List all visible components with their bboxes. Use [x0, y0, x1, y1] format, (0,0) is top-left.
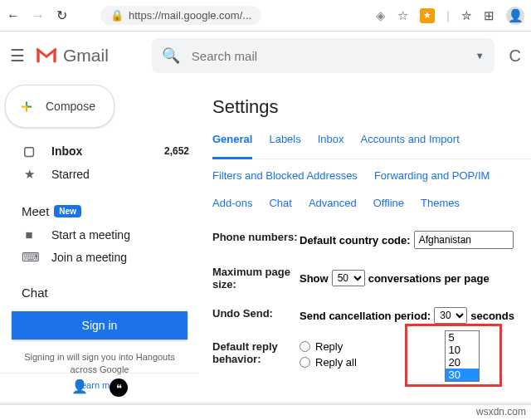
tab-inbox[interactable]: Inbox	[318, 133, 344, 150]
tab-forwarding[interactable]: Forwarding and POP/IM	[374, 169, 490, 187]
compose-button[interactable]: ＋ Compose	[5, 85, 114, 128]
setting-reply-behavior: Default reply behavior: Reply Reply all	[212, 340, 531, 372]
tab-addons[interactable]: Add-ons	[212, 197, 252, 214]
inbox-icon: ▢	[22, 144, 37, 159]
dropdown-option[interactable]: 5	[446, 331, 479, 344]
favorite-icon[interactable]: ☆	[397, 8, 408, 23]
divider: |	[446, 8, 450, 22]
reader-icon[interactable]: ◈	[376, 8, 386, 23]
menu-icon[interactable]: ☰	[10, 46, 25, 66]
keyboard-icon: ⌨	[22, 250, 37, 265]
dropdown-option-selected[interactable]: 30	[446, 369, 479, 381]
tab-labels[interactable]: Labels	[269, 133, 300, 150]
person-icon[interactable]: 👤	[71, 378, 88, 397]
search-icon[interactable]: 🔍	[162, 46, 180, 65]
address-bar[interactable]: 🔒 https://mail.google.com/...	[100, 6, 261, 25]
dropdown-option[interactable]: 10	[446, 344, 479, 356]
plus-icon: ＋	[17, 94, 36, 119]
browser-toolbar: ← → ↻ 🔒 https://mail.google.com/... ◈ ☆ …	[0, 0, 531, 32]
reply-radio[interactable]	[300, 341, 310, 352]
back-icon[interactable]: ←	[7, 8, 20, 23]
tab-accounts[interactable]: Accounts and Import	[361, 133, 460, 150]
watermark: wsxdn.com	[476, 406, 526, 418]
settings-panel: Settings General Labels Inbox Accounts a…	[199, 81, 531, 400]
starred-label: Starred	[51, 168, 90, 181]
page-title: Settings	[212, 96, 531, 118]
app-header: ☰ Gmail 🔍 ▼ C	[0, 32, 531, 81]
support-icon[interactable]: C	[509, 46, 521, 66]
url-text: https://mail.google.com/...	[129, 9, 251, 22]
tab-chat[interactable]: Chat	[269, 197, 291, 214]
tab-offline[interactable]: Offline	[373, 197, 404, 214]
inbox-label: Inbox	[51, 144, 82, 158]
undo-period-dropdown[interactable]: 5 10 20 30	[445, 330, 480, 382]
star-icon: ★	[22, 167, 37, 182]
reply-all-radio[interactable]	[300, 357, 310, 368]
favorites-list-icon[interactable]: ✮	[461, 8, 472, 23]
sidebar-item-inbox[interactable]: ▢ Inbox 2,652	[0, 139, 199, 163]
gmail-text: Gmail	[63, 46, 109, 66]
forward-icon[interactable]: →	[32, 8, 45, 23]
sidebar: ＋ Compose ▢ Inbox 2,652 ★ Starred Meet N…	[0, 81, 199, 400]
collections-icon[interactable]: ⊞	[484, 8, 494, 23]
video-icon: ■	[22, 227, 37, 242]
settings-tabs: General Labels Inbox Accounts and Import	[212, 133, 531, 159]
meet-heading: Meet New	[0, 201, 199, 223]
chat-heading: Chat	[0, 282, 199, 305]
tab-general[interactable]: General	[212, 133, 252, 159]
start-meeting[interactable]: ■ Start a meeting	[0, 223, 199, 246]
hangouts-icon[interactable]: ❝	[110, 378, 128, 397]
setting-undo-send: Undo Send: Send cancellation period: 30 …	[212, 307, 531, 324]
dropdown-option[interactable]: 20	[446, 356, 479, 369]
gmail-logo[interactable]: Gmail	[35, 46, 109, 66]
lock-icon: 🔒	[110, 9, 124, 22]
new-badge: New	[54, 205, 81, 217]
inbox-count: 2,652	[164, 145, 189, 157]
signin-button[interactable]: Sign in	[12, 311, 188, 339]
search-input[interactable]	[192, 49, 464, 63]
tab-filters[interactable]: Filters and Blocked Addresses	[212, 169, 358, 187]
country-code-input[interactable]	[414, 231, 514, 249]
page-size-select[interactable]: 50	[332, 270, 365, 286]
compose-label: Compose	[46, 100, 95, 113]
sidebar-item-starred[interactable]: ★ Starred	[0, 163, 199, 186]
tab-advanced[interactable]: Advanced	[309, 197, 357, 214]
favorites-bar-icon[interactable]: ★	[420, 8, 435, 23]
refresh-icon[interactable]: ↻	[56, 7, 67, 23]
join-meeting[interactable]: ⌨ Join a meeting	[0, 246, 199, 269]
tab-themes[interactable]: Themes	[421, 197, 460, 214]
search-box[interactable]: 🔍 ▼	[152, 38, 494, 73]
sidebar-footer: 👤 ❝	[0, 373, 199, 402]
setting-page-size: Maximum page size: Show 50 conversations…	[212, 266, 531, 291]
setting-phone: Phone numbers: Default country code:	[212, 231, 531, 249]
profile-avatar[interactable]: 👤	[506, 7, 524, 25]
undo-period-select[interactable]: 30	[434, 307, 467, 324]
search-options-icon[interactable]: ▼	[475, 51, 485, 61]
